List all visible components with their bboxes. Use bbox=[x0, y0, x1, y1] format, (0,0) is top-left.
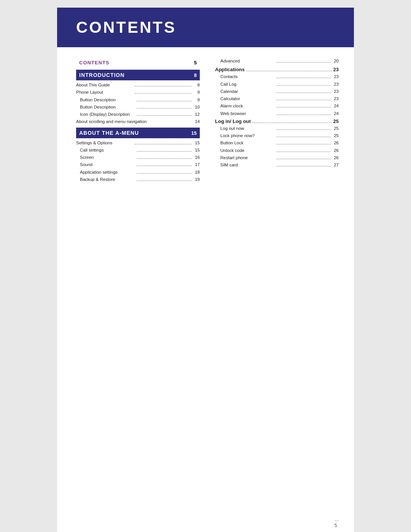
dots bbox=[276, 137, 331, 137]
entry-num: 20 bbox=[332, 58, 339, 64]
toc-entry-sound: Sound 17 bbox=[76, 161, 200, 168]
entry-num: 25 bbox=[332, 125, 339, 132]
amenu-label: ABOUT THE A-MENU bbox=[79, 130, 139, 136]
entry-label: Phone Layout bbox=[76, 89, 134, 96]
entry-num: 23 bbox=[332, 88, 339, 95]
entry-num: 23 bbox=[332, 73, 339, 80]
toc-entry-calculator: Calculator 23 bbox=[215, 96, 339, 102]
entry-num: 16 bbox=[193, 154, 200, 161]
dots bbox=[276, 144, 331, 144]
toc-entry-log-out-now: Log out now 25 bbox=[215, 125, 339, 132]
log-in-out-label: Log in/ Log out bbox=[215, 118, 251, 124]
dots bbox=[276, 62, 331, 62]
content-area: CONTENTS 5 INTRODUCTION 8 About This Gui… bbox=[57, 47, 354, 200]
dots bbox=[137, 181, 192, 181]
entry-num: 9 bbox=[193, 89, 200, 96]
dots bbox=[135, 144, 192, 144]
entry-num: 10 bbox=[193, 104, 200, 110]
entry-label: Unlock code bbox=[220, 147, 275, 154]
entry-label: Alarm clock bbox=[220, 103, 275, 109]
toc-section-amenu: ABOUT THE A-MENU 15 Settings & Options 1… bbox=[76, 128, 200, 183]
entry-label: Icon (Display) Description bbox=[80, 111, 135, 118]
toc-entry-call-log: Call Log 23 bbox=[215, 81, 339, 88]
entry-label: Call Log bbox=[220, 81, 275, 88]
toc-entry-scrolling: About scrolling and menu navigation 14 bbox=[76, 118, 200, 125]
dots bbox=[276, 107, 331, 107]
entry-num: 23 bbox=[332, 81, 339, 88]
introduction-header-row: INTRODUCTION 8 bbox=[76, 70, 200, 80]
dots bbox=[276, 100, 331, 100]
entry-label: Contacts bbox=[220, 73, 275, 80]
entry-num: 24 bbox=[332, 103, 339, 109]
toc-entry-phone-layout: Phone Layout 9 bbox=[76, 89, 200, 96]
entry-label: Screen bbox=[80, 154, 135, 161]
dots bbox=[137, 151, 192, 152]
introduction-label: INTRODUCTION bbox=[79, 72, 124, 78]
entry-label: Calculator bbox=[220, 96, 275, 102]
applications-header: Applications 23 bbox=[215, 67, 339, 72]
entry-label: Restart phone bbox=[220, 155, 275, 161]
toc-entry-lock-phone-now: Lock phone now? 25 bbox=[215, 133, 339, 139]
applications-label: Applications bbox=[215, 67, 245, 72]
entry-label: About scrolling and menu navigation bbox=[76, 118, 191, 125]
entry-label: Sound bbox=[80, 161, 135, 168]
toc-entry-screen: Screen 16 bbox=[76, 154, 200, 161]
entry-num: 26 bbox=[332, 140, 339, 146]
toc-entry-call-settings: Call settings 15 bbox=[76, 147, 200, 153]
contents-label: CONTENTS bbox=[79, 60, 110, 66]
entry-num: 8 bbox=[193, 82, 200, 88]
dots bbox=[276, 152, 331, 152]
entry-label: SIM card bbox=[220, 162, 275, 168]
entry-label: Lock phone now? bbox=[220, 133, 275, 139]
entry-num: 15 bbox=[193, 147, 200, 153]
toc-entry-alarm: Alarm clock 24 bbox=[215, 103, 339, 109]
entry-label: Call settings bbox=[80, 147, 135, 153]
entry-num: 17 bbox=[193, 161, 200, 168]
log-in-out-header: Log in/ Log out 25 bbox=[215, 118, 339, 124]
toc-entry-restart-phone: Restart phone 26 bbox=[215, 155, 339, 161]
introduction-num: 8 bbox=[194, 72, 197, 78]
entry-num: 18 bbox=[193, 169, 200, 176]
dots bbox=[137, 173, 192, 174]
toc-entry-about-guide: About This Guide 8 bbox=[76, 82, 200, 88]
entry-num: 19 bbox=[193, 176, 200, 183]
contents-header-row: CONTENTS 5 bbox=[76, 58, 200, 67]
dots bbox=[137, 158, 192, 159]
toc-entry-button-lock: Button Lock 26 bbox=[215, 140, 339, 146]
entry-num: 9 bbox=[193, 97, 200, 103]
toc-entry-contacts: Contacts 23 bbox=[215, 73, 339, 80]
page-title: CONTENTS bbox=[76, 18, 339, 37]
toc-entry-icon-desc: Icon (Display) Description 12 bbox=[76, 111, 200, 118]
entry-num: 15 bbox=[193, 140, 200, 146]
entry-label: Web browser bbox=[220, 110, 275, 117]
entry-num: 27 bbox=[332, 162, 339, 168]
toc-entry-button-desc-9: Button Description 9 bbox=[76, 97, 200, 103]
dots bbox=[135, 93, 192, 94]
toc-section-intro: INTRODUCTION 8 About This Guide 8 Phone … bbox=[76, 70, 200, 125]
dots bbox=[276, 159, 331, 159]
entry-label: Button Lock bbox=[220, 140, 275, 146]
right-column: Advanced 20 Applications 23 Contacts 23 … bbox=[211, 58, 339, 185]
dots bbox=[276, 85, 331, 86]
dots bbox=[276, 115, 331, 115]
header-banner: CONTENTS bbox=[57, 8, 354, 47]
toc-entry-app-settings: Application settings 18 bbox=[76, 169, 200, 176]
entry-num: 14 bbox=[193, 118, 200, 125]
toc-entry-unlock-code: Unlock code 26 bbox=[215, 147, 339, 154]
dots bbox=[276, 166, 331, 166]
amenu-header-row: ABOUT THE A-MENU 15 bbox=[76, 128, 200, 138]
toc-entry-web-browser: Web browser 24 bbox=[215, 110, 339, 117]
entry-num: 23 bbox=[332, 96, 339, 102]
toc-entry-settings: Settings & Options 15 bbox=[76, 140, 200, 146]
contents-num: 5 bbox=[194, 60, 197, 66]
toc-entry-calendar: Calendar 23 bbox=[215, 88, 339, 95]
entry-label: Button Description bbox=[80, 104, 135, 110]
entry-label: Advanced bbox=[220, 58, 275, 64]
entry-label: Application settings bbox=[80, 169, 135, 176]
left-column: CONTENTS 5 INTRODUCTION 8 About This Gui… bbox=[76, 58, 211, 185]
entry-num: 12 bbox=[193, 111, 200, 118]
entry-num: 26 bbox=[332, 155, 339, 161]
entry-label: About This Guide bbox=[76, 82, 134, 88]
dots bbox=[276, 129, 331, 130]
entry-label: Calendar bbox=[220, 88, 275, 95]
